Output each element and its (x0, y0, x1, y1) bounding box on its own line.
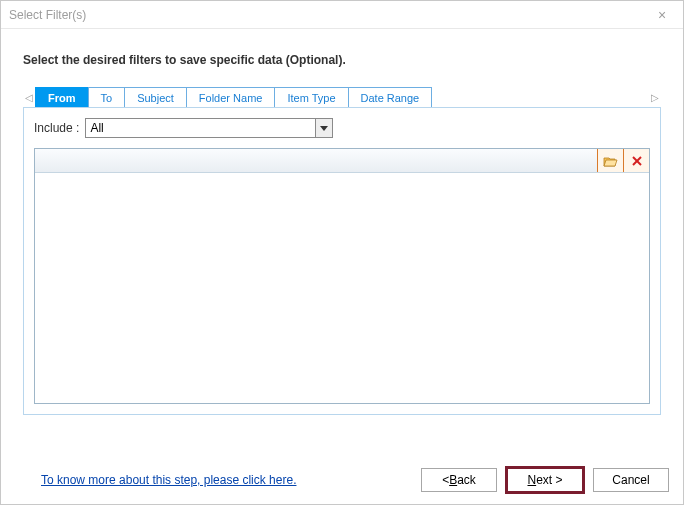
window-title: Select Filter(s) (9, 8, 647, 22)
next-button[interactable]: Next > (507, 468, 583, 492)
close-icon[interactable]: × (647, 4, 677, 26)
tab-item-type[interactable]: Item Type (274, 87, 348, 107)
tabrow: From To Subject Folder Name Item Type Da… (35, 87, 431, 107)
back-button[interactable]: < Back (421, 468, 497, 492)
tab-scroll-left-icon[interactable]: ◁ (23, 92, 35, 103)
include-row: Include : All (34, 118, 650, 138)
include-selected-value: All (90, 121, 103, 135)
tab-strip: ◁ From To Subject Folder Name Item Type … (23, 87, 661, 107)
help-link[interactable]: To know more about this step, please cli… (41, 473, 296, 487)
include-select[interactable]: All (85, 118, 333, 138)
tab-label: Subject (137, 92, 174, 104)
tab-label: Folder Name (199, 92, 263, 104)
chevron-down-icon (315, 119, 332, 137)
titlebar: Select Filter(s) × (1, 1, 683, 29)
instruction-text: Select the desired filters to save speci… (23, 53, 661, 67)
tab-date-range[interactable]: Date Range (348, 87, 433, 107)
dialog-footer: To know more about this step, please cli… (1, 460, 683, 504)
tab-to[interactable]: To (88, 87, 126, 107)
folder-open-icon (603, 155, 618, 167)
tab-label: From (48, 92, 76, 104)
filter-list (34, 148, 650, 404)
dialog-window: Select Filter(s) × Select the desired fi… (0, 0, 684, 505)
tab-scroll-right-icon[interactable]: ▷ (649, 92, 661, 103)
cancel-button[interactable]: Cancel (593, 468, 669, 492)
tab-label: Item Type (287, 92, 335, 104)
tab-label: To (101, 92, 113, 104)
list-toolbar (35, 149, 649, 173)
tab-subject[interactable]: Subject (124, 87, 187, 107)
folder-open-button[interactable] (597, 149, 623, 172)
filter-list-body[interactable] (35, 173, 649, 403)
delete-button[interactable] (623, 149, 649, 172)
dialog-content: Select the desired filters to save speci… (1, 29, 683, 460)
include-label: Include : (34, 121, 79, 135)
tab-from[interactable]: From (35, 87, 89, 107)
tab-label: Date Range (361, 92, 420, 104)
filter-panel: Include : All (23, 107, 661, 415)
delete-icon (631, 155, 643, 167)
tab-folder-name[interactable]: Folder Name (186, 87, 276, 107)
